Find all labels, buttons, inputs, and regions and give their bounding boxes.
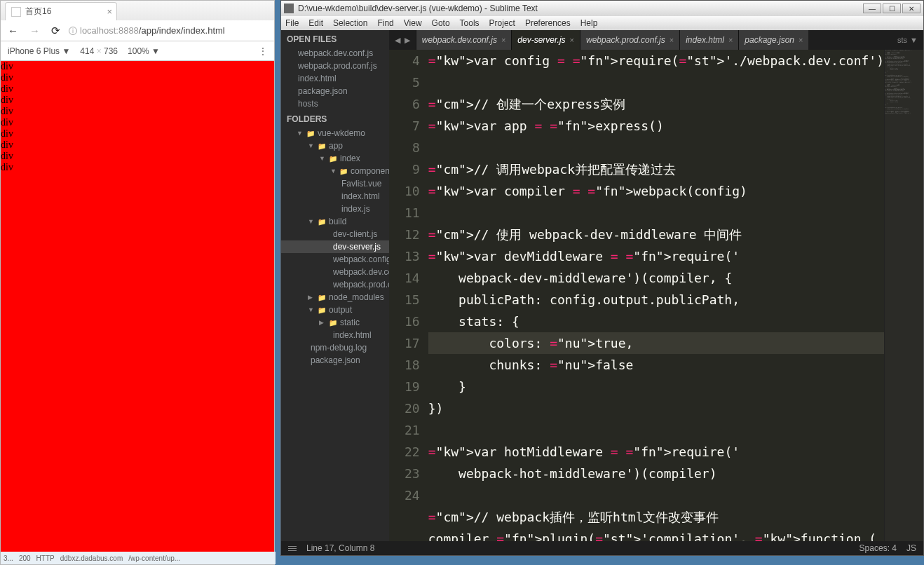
file-index-js[interactable]: index.js <box>281 203 389 215</box>
page-text: div <box>1 117 274 128</box>
menu-tools[interactable]: Tools <box>460 18 480 28</box>
address-bar[interactable]: i localhost:8888/app/index/index.html <box>69 25 270 36</box>
status-bar: Line 17, Column 8 Spaces: 4 JS <box>281 541 923 555</box>
close-tab-icon[interactable]: × <box>728 36 733 44</box>
close-tab-icon[interactable]: × <box>107 6 112 17</box>
gutter: 456789101112131415161718192021222324 <box>389 50 428 541</box>
folder-output[interactable]: ▼📁output <box>281 304 389 316</box>
code-area[interactable]: 456789101112131415161718192021222324 ="k… <box>389 50 923 541</box>
minimap[interactable]: var config = require('./webpack.dev.conf… <box>884 50 923 541</box>
viewport-height[interactable]: 736 <box>104 46 118 56</box>
page-text: div <box>1 162 274 173</box>
devtools-device-bar: iPhone 6 Plus ▼ 414 × 736 100% ▼ ⋮ <box>1 41 274 61</box>
status-position: Line 17, Column 8 <box>306 543 374 553</box>
menu-help[interactable]: Help <box>580 18 598 28</box>
zoom-select[interactable]: 100% ▼ <box>128 46 160 56</box>
menu-project[interactable]: Project <box>489 18 515 28</box>
editor-tab[interactable]: index.html× <box>679 30 738 50</box>
app-icon <box>284 4 294 13</box>
file-webpack-dev[interactable]: webpack.dev.conf.js <box>281 266 389 278</box>
folder-index[interactable]: ▼📁index <box>281 152 389 165</box>
editor-tab[interactable]: dev-server.js× <box>511 30 580 50</box>
open-file[interactable]: webpack.prod.conf.js <box>281 60 389 72</box>
reload-icon[interactable]: ⟳ <box>48 25 63 37</box>
hamburger-icon[interactable] <box>288 546 297 551</box>
page-text: div <box>1 95 274 106</box>
page-text: div <box>1 83 274 95</box>
menu-edit[interactable]: Edit <box>308 18 323 28</box>
open-file[interactable]: hosts <box>281 97 389 110</box>
menu-view[interactable]: View <box>404 18 422 28</box>
folder-components[interactable]: ▼📁components <box>281 165 389 177</box>
sublime-window: D:\vue-wkdemo\build\dev-server.js (vue-w… <box>280 0 924 556</box>
folder-static[interactable]: ▶📁static <box>281 316 389 329</box>
page-text: div <box>1 61 274 72</box>
maximize-button[interactable]: ☐ <box>883 4 901 13</box>
sidebar[interactable]: OPEN FILES webpack.dev.conf.jswebpack.pr… <box>281 30 389 541</box>
file-output-index[interactable]: index.html <box>281 329 389 341</box>
back-icon[interactable]: ← <box>5 25 21 36</box>
chrome-tab[interactable]: 首页16 × <box>5 2 117 20</box>
folders-header: FOLDERS <box>281 110 389 127</box>
folder-root[interactable]: ▼📁vue-wkdemo <box>281 127 389 139</box>
viewport-width[interactable]: 414 <box>80 46 94 56</box>
status-strip: 3... 200 HTTP ddbxz.dadabus.com /wp-cont… <box>1 552 276 564</box>
page-text: div <box>1 139 274 151</box>
tab-dropdown-icon[interactable]: ▼ <box>910 36 918 44</box>
menu-file[interactable]: File <box>285 18 299 28</box>
menu-preferences[interactable]: Preferences <box>525 18 571 28</box>
editor-tab[interactable]: package.json× <box>738 30 808 50</box>
status-spaces[interactable]: Spaces: 4 <box>860 543 897 553</box>
editor-tab[interactable]: webpack.prod.conf.js× <box>580 30 679 50</box>
file-webpack-config[interactable]: webpack.config.js <box>281 253 389 266</box>
tab-overflow-label[interactable]: sts <box>897 36 907 44</box>
device-select[interactable]: iPhone 6 Plus ▼ <box>8 46 70 56</box>
minimize-button[interactable]: — <box>863 4 881 13</box>
tab-next-icon[interactable]: ▶ <box>405 36 410 45</box>
page-text: div <box>1 72 274 83</box>
file-favlist[interactable]: Favlist.vue <box>281 177 389 190</box>
open-file[interactable]: package.json <box>281 85 389 97</box>
devtools-more-icon[interactable]: ⋮ <box>259 46 267 56</box>
file-npm-debug[interactable]: npm-debug.log <box>281 341 389 354</box>
forward-icon[interactable]: → <box>27 25 43 36</box>
close-tab-icon[interactable]: × <box>501 36 505 44</box>
menu-goto[interactable]: Goto <box>432 18 450 28</box>
code[interactable]: ="kw">var config = ="fn">require(="st">'… <box>428 50 884 541</box>
menu-bar: FileEditSelectionFindViewGotoToolsProjec… <box>281 16 923 30</box>
page-favicon-icon <box>11 7 21 17</box>
open-file[interactable]: webpack.dev.conf.js <box>281 47 389 60</box>
title-bar[interactable]: D:\vue-wkdemo\build\dev-server.js (vue-w… <box>281 1 923 16</box>
url-port: :8888 <box>116 25 139 36</box>
close-tab-icon[interactable]: × <box>570 36 574 44</box>
close-button[interactable]: ✕ <box>902 4 920 13</box>
page-text: div <box>1 151 274 162</box>
file-dev-client[interactable]: dev-client.js <box>281 228 389 240</box>
open-file[interactable]: index.html <box>281 72 389 85</box>
status-lang[interactable]: JS <box>906 543 916 553</box>
url-path: /app/index/index.html <box>139 25 225 36</box>
open-files-header: OPEN FILES <box>281 30 389 47</box>
info-icon[interactable]: i <box>69 27 77 35</box>
editor-tabs: ◀▶ webpack.dev.conf.js×dev-server.js×web… <box>389 30 923 50</box>
folder-node-modules[interactable]: ▶📁node_modules <box>281 291 389 304</box>
window-title: D:\vue-wkdemo\build\dev-server.js (vue-w… <box>298 4 863 13</box>
file-dev-server[interactable]: dev-server.js <box>281 240 389 253</box>
folder-app[interactable]: ▼📁app <box>281 139 389 152</box>
page-text: div <box>1 106 274 117</box>
editor-tab[interactable]: webpack.dev.conf.js× <box>416 30 512 50</box>
close-tab-icon[interactable]: × <box>799 36 803 44</box>
chrome-window: 首页16 × ← → ⟳ i localhost:8888/app/index/… <box>0 0 275 565</box>
chrome-tab-title: 首页16 <box>25 6 51 18</box>
menu-selection[interactable]: Selection <box>333 18 367 28</box>
folder-build[interactable]: ▼📁build <box>281 215 389 228</box>
file-package-json[interactable]: package.json <box>281 354 389 367</box>
menu-find[interactable]: Find <box>377 18 393 28</box>
url-host: localhost <box>80 25 116 36</box>
editor: ◀▶ webpack.dev.conf.js×dev-server.js×web… <box>389 30 923 541</box>
chrome-toolbar: ← → ⟳ i localhost:8888/app/index/index.h… <box>1 20 274 41</box>
file-index-html[interactable]: index.html <box>281 190 389 203</box>
close-tab-icon[interactable]: × <box>670 36 674 44</box>
file-webpack-prod[interactable]: webpack.prod.conf.js <box>281 278 389 291</box>
tab-prev-icon[interactable]: ◀ <box>395 36 400 45</box>
